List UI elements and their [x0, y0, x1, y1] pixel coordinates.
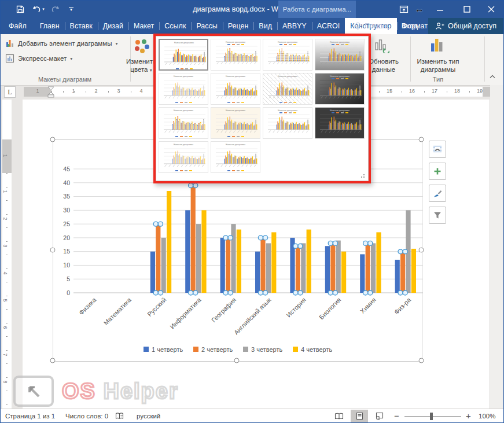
- help-tab[interactable]: Помощ: [354, 22, 389, 31]
- chart-style-thumbnail-12[interactable]: Название диаграммы: [315, 107, 365, 139]
- svg-text:Название диаграммы: Название диаграммы: [174, 75, 194, 78]
- context-tab-group-label[interactable]: Работа с диаграмма...: [278, 1, 356, 18]
- tab-файл[interactable]: Файл: [1, 18, 35, 34]
- chart-filters-button[interactable]: [429, 207, 446, 224]
- plus-icon: [433, 167, 442, 176]
- tab-вид[interactable]: Вид: [253, 18, 277, 34]
- chart-styles-button[interactable]: [429, 185, 446, 202]
- tab-вставк[interactable]: Вставк: [65, 18, 98, 34]
- svg-text:Русский: Русский: [146, 296, 167, 318]
- tab-макет[interactable]: Макет: [128, 18, 159, 34]
- chart-frame-handle[interactable]: [50, 358, 56, 363]
- close-button[interactable]: [481, 1, 501, 18]
- svg-text:Название диаграммы: Название диаграммы: [330, 41, 350, 43]
- svg-text:4 четверть: 4 четверть: [301, 346, 332, 353]
- svg-text:25: 25: [63, 220, 70, 227]
- svg-text:30: 30: [63, 207, 70, 214]
- chart-style-thumbnail-11[interactable]: Название диаграммы: [263, 107, 312, 139]
- gallery-resize-grip[interactable]: [361, 174, 365, 178]
- add-chart-element-button[interactable]: Добавить элемент диаграммы▾: [5, 39, 117, 48]
- word-window: ▾ ▾ диаграмма ворд.docx - Word Работа с …: [0, 0, 504, 423]
- zoom-level[interactable]: 100%: [479, 409, 495, 423]
- svg-text:Название диаграммы: Название диаграммы: [278, 75, 298, 78]
- chart-style-thumbnail-1[interactable]: Название диаграммы: [159, 39, 208, 71]
- svg-text:Английский язык: Английский язык: [233, 296, 273, 336]
- tab-рассы[interactable]: Рассы: [191, 18, 222, 34]
- svg-text:Название диаграммы: Название диаграммы: [330, 109, 350, 112]
- zoom-out-button[interactable]: −: [394, 409, 399, 423]
- zoom-slider-thumb[interactable]: [430, 413, 433, 420]
- language-indicator[interactable]: русский: [137, 409, 160, 423]
- funnel-icon: [433, 211, 442, 220]
- quick-layout-icon: [5, 54, 14, 63]
- chart-style-thumbnail-2[interactable]: Название диаграммы: [211, 39, 260, 71]
- chart-style-thumbnail-4[interactable]: Название диаграммы: [315, 39, 365, 71]
- refresh-data-icon: [374, 38, 389, 53]
- chart-style-thumbnail-3[interactable]: Название диаграммы: [263, 39, 312, 71]
- svg-text:Физика: Физика: [78, 296, 98, 316]
- chart-frame-handle[interactable]: [50, 137, 56, 142]
- tab-ссылк[interactable]: Ссылк: [159, 18, 191, 34]
- add-chart-element-icon: [5, 39, 14, 48]
- web-layout-button[interactable]: [371, 410, 388, 422]
- svg-text:Биология: Биология: [318, 296, 342, 321]
- sign-in-button[interactable]: Вход: [402, 22, 418, 30]
- svg-text:40: 40: [63, 179, 70, 186]
- indent-markers[interactable]: [47, 86, 54, 98]
- page-indicator[interactable]: Страница 1 из 1: [5, 409, 55, 423]
- read-mode-button[interactable]: [330, 410, 348, 422]
- svg-text:География: География: [210, 296, 237, 323]
- svg-text:45: 45: [63, 165, 70, 172]
- collapse-ribbon-icon[interactable]: [490, 75, 495, 79]
- chart-frame-handle[interactable]: [419, 358, 424, 363]
- svg-text:20: 20: [63, 234, 70, 241]
- tab-selector[interactable]: L: [4, 86, 16, 98]
- chart-frame-handle[interactable]: [50, 248, 56, 253]
- group-label-layouts: Макеты диаграмм: [1, 76, 129, 83]
- share-button[interactable]: Общий доступ: [428, 18, 503, 34]
- svg-text:5: 5: [67, 275, 70, 282]
- svg-text:Химия: Химия: [359, 296, 377, 315]
- chart-frame-handle[interactable]: [419, 137, 424, 142]
- chart-frame-handle[interactable]: [419, 248, 424, 253]
- save-icon[interactable]: [13, 2, 27, 16]
- chart-style-thumbnail-9[interactable]: Название диаграммы: [159, 107, 208, 139]
- resize-cursor-icon: ↔: [410, 1, 429, 18]
- svg-text:Название диаграммы: Название диаграммы: [174, 109, 194, 112]
- change-colors-icon: [133, 39, 150, 54]
- chart-style-thumbnail-5[interactable]: Название диаграммы: [159, 73, 208, 105]
- zoom-in-button[interactable]: +: [466, 409, 471, 423]
- layout-options-button[interactable]: [429, 141, 446, 158]
- chart-style-thumbnail-8[interactable]: Название диаграммы: [315, 73, 365, 105]
- status-bar: Страница 1 из 1 Число слов: 0 русский − …: [1, 409, 503, 423]
- chart-style-thumbnail-14[interactable]: Название диаграммы: [211, 141, 260, 173]
- word-count[interactable]: Число слов: 0: [65, 409, 108, 423]
- chart-style-thumbnail-10[interactable]: Название диаграммы: [211, 107, 260, 139]
- customize-qat-icon[interactable]: ▾: [64, 2, 78, 16]
- tab-дизай[interactable]: Дизай: [98, 18, 128, 34]
- svg-text:Математика: Математика: [102, 296, 133, 326]
- proofing-icon[interactable]: [115, 412, 124, 423]
- chart-frame-handle[interactable]: [234, 358, 240, 363]
- tab-главн[interactable]: Главн: [35, 18, 65, 34]
- svg-text:Название диаграммы: Название диаграммы: [174, 42, 194, 44]
- minimize-button[interactable]: [431, 1, 450, 18]
- redo-icon[interactable]: [48, 2, 62, 16]
- chart-style-thumbnail-6[interactable]: Название диаграммы: [211, 73, 260, 105]
- tab-acroi[interactable]: ACROI: [312, 18, 345, 34]
- layout-options-icon: [432, 144, 443, 155]
- print-layout-button[interactable]: [351, 410, 368, 422]
- chart-style-thumbnail-13[interactable]: Название диаграммы: [159, 141, 208, 173]
- maximize-button[interactable]: [457, 1, 477, 18]
- tab-abbyy[interactable]: ABBYY: [277, 18, 312, 34]
- chart-elements-button[interactable]: [429, 163, 446, 180]
- tab-рецен[interactable]: Рецен: [223, 18, 254, 34]
- undo-button[interactable]: ▾: [30, 2, 47, 16]
- zoom-slider-track[interactable]: [404, 416, 461, 417]
- quick-layout-button[interactable]: Экспресс-макет▾: [5, 54, 72, 63]
- vertical-scrollbar[interactable]: [490, 85, 503, 409]
- group-label-type: Тип: [410, 76, 466, 83]
- svg-text:История: История: [285, 296, 307, 319]
- svg-text:Название диаграммы: Название диаграммы: [174, 144, 194, 146]
- chart-style-thumbnail-7[interactable]: Название диаграммы: [263, 73, 312, 105]
